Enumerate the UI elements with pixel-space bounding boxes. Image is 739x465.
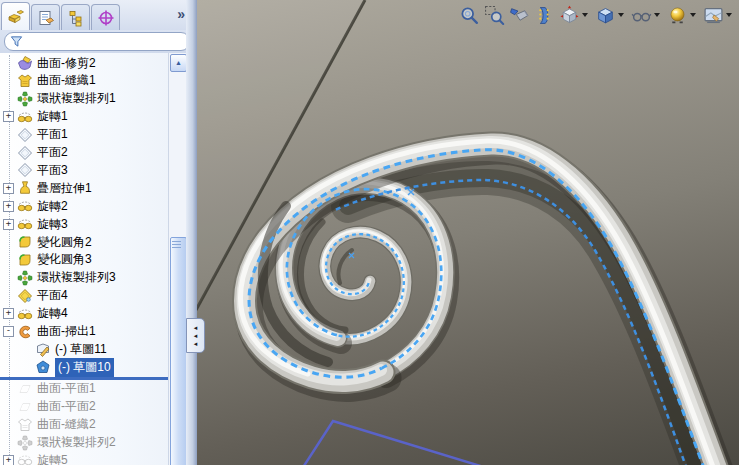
circular-pattern-icon (17, 435, 33, 451)
tree-item-circular-pattern2[interactable]: 環狀複製排列2 (0, 434, 168, 452)
plane-icon (17, 162, 33, 178)
expand-toggle-icon[interactable]: + (3, 455, 14, 465)
manager-tab-bar (0, 0, 197, 31)
zoom-fit-icon (459, 5, 480, 26)
edit-appearance-dropdown-arrow-icon[interactable] (690, 13, 696, 17)
tree-item-label: (-) 草圖10 (55, 358, 114, 377)
previous-view-button[interactable] (507, 4, 532, 27)
tree-item-label: 曲面-掃出1 (37, 323, 96, 340)
display-style-dropdown-arrow-icon[interactable] (618, 13, 624, 17)
tree-item-revolve2[interactable]: +旋轉2 (0, 197, 168, 215)
view-orientation-icon (559, 5, 580, 26)
tree-item-label: 環狀複製排列1 (37, 90, 116, 107)
tree-item-label: 旋轉5 (37, 452, 68, 465)
tree-item-loft1[interactable]: +疊層拉伸1 (0, 179, 168, 197)
tree-item-plane3[interactable]: 平面3 (0, 161, 168, 179)
revolve-icon (17, 452, 33, 465)
tree-item-surface-sweep1[interactable]: -曲面-掃出1 (0, 323, 168, 341)
scrollbar-thumb[interactable] (170, 237, 187, 465)
panel-collapse-splitter[interactable]: ◂◂◂ (186, 318, 205, 353)
display-style-button[interactable] (593, 4, 629, 27)
zoom-to-area-button[interactable] (482, 4, 507, 27)
tree-item-label: 疊層拉伸1 (37, 180, 92, 197)
expand-toggle-icon[interactable]: + (3, 111, 14, 122)
tree-item-revolve3[interactable]: +旋轉3 (0, 215, 168, 233)
tree-item-plane1[interactable]: 平面1 (0, 126, 168, 144)
apply-scene-dropdown-arrow-icon[interactable] (726, 13, 732, 17)
propertymanager-tab[interactable] (31, 4, 60, 30)
edit-appearance-button[interactable] (665, 4, 701, 27)
graphics-area[interactable] (197, 0, 739, 465)
tree-item-label: 旋轉1 (37, 108, 68, 125)
revolve-icon (17, 109, 33, 125)
sketch-icon (35, 341, 51, 357)
plane-active-icon (17, 288, 33, 304)
tree-item-label: 旋轉4 (37, 305, 68, 322)
expand-toggle-icon[interactable]: + (3, 201, 14, 212)
surface-sweep-icon (17, 324, 33, 340)
display-style-icon (595, 5, 616, 26)
feature-manager-panel: » 曲面-修剪2曲面-縫織1環狀複製排列1+旋轉1平面1平面2平面3+疊層拉伸1… (0, 0, 197, 465)
zoom-to-fit-button[interactable] (457, 4, 482, 27)
tree-item-label: 旋轉3 (37, 216, 68, 233)
tree-scrollbar[interactable]: ▲ (168, 53, 187, 465)
revolve-icon (17, 216, 33, 232)
tree-item-revolve1[interactable]: +旋轉1 (0, 108, 168, 126)
tree-item-label: 平面2 (37, 144, 68, 161)
surface-plane-icon (17, 399, 33, 415)
tree-item-circular-pattern3[interactable]: 環狀複製排列3 (0, 269, 168, 287)
apply-scene-button[interactable] (701, 4, 737, 27)
loft-icon (17, 180, 33, 196)
tree-item-sketch11[interactable]: (-) 草圖11 (0, 340, 168, 358)
plane-icon (17, 127, 33, 143)
tree-item-plane4[interactable]: 平面4 (0, 287, 168, 305)
featuremanager-tab[interactable] (1, 2, 30, 30)
viewport-canvas[interactable] (197, 0, 739, 465)
tree-item-label: 環狀複製排列3 (37, 269, 116, 286)
revolve-icon (17, 306, 33, 322)
tree-item-plane2[interactable]: 平面2 (0, 144, 168, 162)
tree-item-surface-knit2[interactable]: 曲面-縫織2 (0, 416, 168, 434)
tree-item-surface-trim2[interactable]: 曲面-修剪2 (0, 54, 168, 72)
hide-show-items-button[interactable] (629, 4, 665, 27)
surface-plane-icon (17, 381, 33, 397)
tree-item-revolve5[interactable]: +旋轉5 (0, 451, 168, 465)
expand-toggle-icon[interactable]: + (3, 308, 14, 319)
tree-item-circular-pattern1[interactable]: 環狀複製排列1 (0, 90, 168, 108)
circular-pattern-icon (17, 270, 33, 286)
expand-toggle-icon[interactable]: - (3, 326, 14, 337)
tab-overflow-chevron[interactable]: » (177, 6, 183, 22)
tree-item-revolve4[interactable]: +旋轉4 (0, 305, 168, 323)
tree-item-label: 曲面-平面1 (37, 380, 96, 397)
filter-input[interactable] (23, 34, 189, 49)
dimxpertmanager-tab[interactable] (91, 4, 120, 30)
feature-tree: 曲面-修剪2曲面-縫織1環狀複製排列1+旋轉1平面1平面2平面3+疊層拉伸1+旋… (0, 53, 168, 465)
tree-item-label: 變化圓角3 (37, 251, 92, 268)
dimxpert-icon (97, 9, 115, 27)
fillet-icon (17, 234, 33, 250)
surface-knit-icon (17, 73, 33, 89)
tree-item-variable-fillet2[interactable]: 變化圓角2 (0, 233, 168, 251)
view-orientation-dropdown-arrow-icon[interactable] (582, 13, 588, 17)
collapse-arrow-icon: ◂ (194, 340, 198, 348)
bottom-sketch-lines[interactable] (300, 421, 500, 465)
tree-item-label: 環狀複製排列2 (37, 434, 116, 451)
tree-item-label: 曲面-平面2 (37, 398, 96, 415)
expand-toggle-icon[interactable]: + (3, 219, 14, 230)
hide-show-items-dropdown-arrow-icon[interactable] (654, 13, 660, 17)
expand-toggle-icon[interactable]: + (3, 183, 14, 194)
configurationmanager-tab[interactable] (61, 4, 90, 30)
filter-box[interactable] (4, 32, 190, 51)
tree-item-surface-plane2[interactable]: 曲面-平面2 (0, 398, 168, 416)
scrollbar-up-arrow-icon[interactable]: ▲ (170, 54, 187, 72)
previous-view-icon (509, 5, 530, 26)
tree-item-surface-knit1[interactable]: 曲面-縫織1 (0, 72, 168, 90)
scrollbar-thumb-grip (172, 241, 181, 249)
view-orientation-button[interactable] (557, 4, 593, 27)
tree-item-surface-plane1[interactable]: 曲面-平面1 (0, 380, 168, 398)
feature-tree-icon (7, 8, 25, 26)
tree-item-variable-fillet3[interactable]: 變化圓角3 (0, 251, 168, 269)
section-view-button[interactable] (532, 4, 557, 27)
tree-item-sketch10[interactable]: (-) 草圖10 (0, 358, 168, 376)
filter-row (0, 30, 197, 53)
